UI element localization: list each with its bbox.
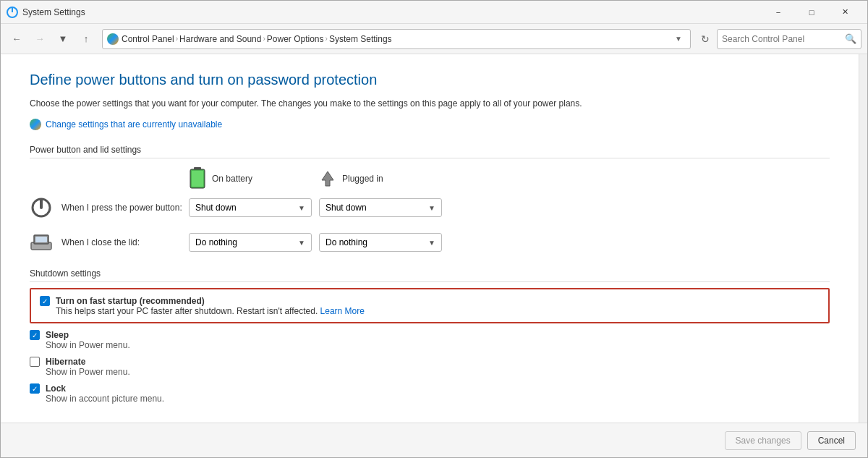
fast-startup-row: Turn on fast startup (recommended) <box>40 295 820 306</box>
power-on-battery-value: Shut down <box>195 203 237 213</box>
power-button-icon <box>30 196 53 219</box>
lid-on-battery-dropdown[interactable]: Do nothing ▼ <box>189 233 312 252</box>
recent-locations-button[interactable]: ▼ <box>53 29 73 49</box>
power-plugged-in-value: Shut down <box>326 203 367 213</box>
lid-row: When I close the lid: Do nothing ▼ Do no… <box>30 231 830 254</box>
power-plugged-in-dropdown-wrapper: Shut down ▼ <box>319 198 442 217</box>
dropdown-arrow-icon: ▼ <box>428 204 435 212</box>
lid-plugged-in-value: Do nothing <box>326 237 367 247</box>
sleep-label: Sleep <box>46 330 69 340</box>
scrollbar[interactable] <box>859 54 867 423</box>
window-controls: − □ ✕ <box>762 1 861 24</box>
hibernate-label: Hibernate <box>46 357 85 367</box>
sleep-sublabel: Show in Power menu. <box>46 340 830 350</box>
column-headers: On battery Plugged in <box>189 167 830 190</box>
address-bar-icon <box>107 33 119 45</box>
settings-shield-icon <box>30 119 41 130</box>
page-title: Define power buttons and turn on passwor… <box>30 72 830 88</box>
window-icon <box>7 7 18 18</box>
fast-startup-sublabel: This helps start your PC faster after sh… <box>56 306 820 316</box>
on-battery-header: On battery <box>189 167 319 190</box>
refresh-button[interactable]: ↻ <box>697 30 714 48</box>
hibernate-checkbox[interactable] <box>30 357 40 367</box>
shutdown-section: Shutdown settings Turn on fast startup (… <box>30 268 830 404</box>
power-button-label: When I press the power button: <box>61 203 189 213</box>
cancel-button[interactable]: Cancel <box>807 431 856 450</box>
search-bar: 🔍 <box>717 29 861 49</box>
breadcrumb-current: System Settings <box>329 34 392 44</box>
fast-startup-label: Turn on fast startup (recommended) <box>56 296 205 306</box>
battery-icon <box>189 167 206 190</box>
dropdown-arrow-icon: ▼ <box>298 239 305 247</box>
close-button[interactable]: ✕ <box>828 1 861 24</box>
breadcrumb-control-panel[interactable]: Control Panel <box>122 34 174 44</box>
hibernate-sublabel: Show in Power menu. <box>46 367 830 377</box>
power-button-section: Power button and lid settings On battery <box>30 145 830 254</box>
power-button-section-header: Power button and lid settings <box>30 145 830 158</box>
address-bar: Control Panel › Hardware and Sound › Pow… <box>102 29 691 49</box>
window-title: System Settings <box>22 7 762 17</box>
power-button-row: When I press the power button: Shut down… <box>30 196 830 219</box>
lid-on-battery-value: Do nothing <box>195 237 237 247</box>
power-on-battery-dropdown-wrapper: Shut down ▼ <box>189 198 312 217</box>
up-button[interactable]: ↑ <box>76 29 96 49</box>
main-content: Define power buttons and turn on passwor… <box>1 54 859 423</box>
lock-label: Lock <box>46 383 66 394</box>
back-button[interactable]: ← <box>7 29 27 49</box>
plugged-in-header: Plugged in <box>319 167 449 190</box>
svg-rect-10 <box>35 237 47 242</box>
hibernate-row: Hibernate Show in Power menu. <box>30 356 830 377</box>
breadcrumb-power-options[interactable]: Power Options <box>267 34 324 44</box>
page-description: Choose the power settings that you want … <box>30 97 830 110</box>
forward-button[interactable]: → <box>30 29 50 49</box>
sleep-checkbox[interactable] <box>30 330 40 340</box>
nav-bar: ← → ▼ ↑ Control Panel › Hardware and Sou… <box>1 24 867 54</box>
plug-icon <box>319 170 336 187</box>
breadcrumb: Control Panel › Hardware and Sound › Pow… <box>122 34 668 44</box>
lock-checkbox[interactable] <box>30 383 40 394</box>
learn-more-link[interactable]: Learn More <box>320 306 365 316</box>
svg-rect-4 <box>192 171 203 187</box>
lid-icon <box>30 231 53 254</box>
system-settings-window: System Settings − □ ✕ ← → ▼ ↑ Control Pa… <box>0 0 868 458</box>
bottom-bar: Save changes Cancel <box>1 423 867 457</box>
dropdown-arrow-icon: ▼ <box>428 239 435 247</box>
lid-plugged-in-dropdown[interactable]: Do nothing ▼ <box>319 233 442 252</box>
sleep-row: Sleep Show in Power menu. <box>30 329 830 350</box>
change-settings-link[interactable]: Change settings that are currently unava… <box>30 119 830 130</box>
dropdown-arrow-icon: ▼ <box>298 204 305 212</box>
power-plugged-in-dropdown[interactable]: Shut down ▼ <box>319 198 442 217</box>
svg-marker-5 <box>322 171 333 186</box>
plugged-in-label: Plugged in <box>342 174 383 184</box>
lid-on-battery-dropdown-wrapper: Do nothing ▼ <box>189 233 312 252</box>
shutdown-section-header: Shutdown settings <box>30 268 830 282</box>
lid-plugged-in-dropdown-wrapper: Do nothing ▼ <box>319 233 442 252</box>
on-battery-label: On battery <box>212 174 252 184</box>
content-area: Define power buttons and turn on passwor… <box>1 54 867 423</box>
save-changes-button[interactable]: Save changes <box>725 431 801 450</box>
breadcrumb-hardware-sound[interactable]: Hardware and Sound <box>179 34 261 44</box>
fast-startup-box: Turn on fast startup (recommended) This … <box>30 288 830 323</box>
lock-sublabel: Show in account picture menu. <box>46 394 830 404</box>
search-input[interactable] <box>722 34 845 44</box>
lid-label: When I close the lid: <box>61 237 189 247</box>
search-icon: 🔍 <box>845 33 856 44</box>
change-settings-label: Change settings that are currently unava… <box>46 119 222 130</box>
lock-row: Lock Show in account picture menu. <box>30 383 830 404</box>
title-bar: System Settings − □ ✕ <box>1 1 867 24</box>
svg-rect-7 <box>40 199 43 209</box>
minimize-button[interactable]: − <box>762 1 795 24</box>
address-dropdown-button[interactable]: ▼ <box>671 32 686 46</box>
maximize-button[interactable]: □ <box>795 1 828 24</box>
power-on-battery-dropdown[interactable]: Shut down ▼ <box>189 198 312 217</box>
fast-startup-checkbox[interactable] <box>40 296 50 306</box>
